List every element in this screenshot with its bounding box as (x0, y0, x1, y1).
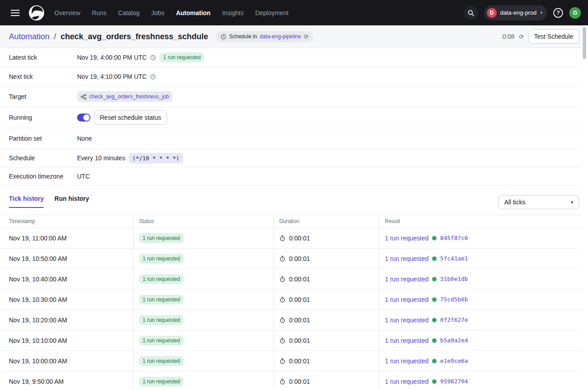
tick-duration: 0:00:01 (289, 378, 310, 385)
table-row: Nov 19, 10:50:00 AM 1 run requested 0:00… (0, 248, 588, 269)
stopwatch-icon (279, 297, 286, 303)
tab-run-history[interactable]: Run history (54, 195, 89, 208)
nav-deployment[interactable]: Deployment (255, 9, 289, 16)
target-label: Target (9, 93, 77, 100)
run-status-dot (432, 256, 437, 261)
run-id-link[interactable]: 31b0e1db (440, 276, 468, 282)
latest-tick-label: Latest tick (9, 54, 77, 61)
menu-icon[interactable] (7, 5, 23, 21)
detail-row-target: Target check_avg_orders_freshness_job (0, 86, 588, 107)
tick-result-link[interactable]: 1 run requested (385, 378, 429, 385)
detail-row-next-tick: Next tick Nov 19, 4:10:00 PM UTC (0, 67, 588, 86)
schedule-value: Every 10 minutes (77, 154, 125, 162)
breadcrumb-separator: / (54, 32, 56, 41)
deployment-badge: D (487, 8, 497, 18)
stopwatch-icon (279, 378, 286, 385)
user-avatar[interactable]: G (569, 7, 581, 19)
tick-result-link[interactable]: 1 run requested (385, 276, 429, 283)
tick-duration: 0:00:01 (289, 255, 310, 262)
tick-history-table: Timestamp Status Duration Result Nov 19,… (0, 215, 588, 390)
tick-status-badge: 1 run requested (139, 233, 184, 243)
tick-status-badge: 1 run requested (139, 336, 184, 345)
run-id-link[interactable]: e1e9ce6a (440, 358, 468, 364)
table-header: Timestamp Status Duration Result (0, 215, 588, 228)
tick-duration: 0:00:01 (289, 296, 310, 303)
run-status-dot (432, 379, 437, 384)
tick-result-link[interactable]: 1 run requested (385, 235, 429, 242)
tick-status-badge: 1 run requested (139, 315, 184, 325)
nav-insights[interactable]: Insights (222, 9, 244, 16)
run-id-link[interactable]: b5a9a2e4 (440, 337, 468, 344)
run-id-link[interactable]: 0f2f627e (440, 317, 468, 323)
col-duration: Duration (274, 215, 379, 228)
tick-timestamp: Nov 19, 10:30:00 AM (0, 289, 133, 309)
running-label: Running (9, 114, 77, 121)
tick-result-link[interactable]: 1 run requested (385, 337, 429, 344)
run-status-dot (432, 359, 437, 363)
table-row: Nov 19, 11:00:00 AM 1 run requested 0:00… (0, 228, 588, 248)
schedule-details: Latest tick Nov 19, 4:00:00 PM UTC 1 run… (0, 48, 588, 186)
scrollbar-track (581, 25, 588, 390)
detail-row-partition-set: Partition set None (0, 128, 588, 149)
refresh-countdown: 0:08 (502, 33, 514, 40)
job-icon (81, 94, 86, 100)
table-row: Nov 19, 9:50:00 AM 1 run requested 0:00:… (0, 371, 588, 390)
tick-timestamp: Nov 19, 10:00:00 AM (0, 351, 133, 371)
run-id-link[interactable]: 5fc41ae1 (440, 255, 468, 262)
nav-runs[interactable]: Runs (92, 9, 106, 16)
nav-automation[interactable]: Automation (176, 9, 211, 16)
breadcrumb-automation[interactable]: Automation (9, 32, 49, 41)
help-icon[interactable]: ? (553, 8, 563, 18)
nav-catalog[interactable]: Catalog (118, 9, 139, 16)
refresh-icon[interactable]: ⟳ (519, 34, 524, 40)
tick-result-link[interactable]: 1 run requested (385, 296, 429, 303)
table-row: Nov 19, 10:30:00 AM 1 run requested 0:00… (0, 289, 588, 310)
clock-icon (220, 34, 226, 40)
deployment-switcher[interactable]: D data-eng-prod ▾ (484, 5, 547, 20)
schedule-badge-prefix: Schedule in (229, 33, 257, 40)
tick-duration: 0:00:01 (289, 276, 310, 283)
reload-location-icon[interactable]: ⟳ (304, 34, 309, 40)
nav-jobs[interactable]: Jobs (151, 9, 164, 16)
tick-result-link[interactable]: 1 run requested (385, 317, 429, 324)
nav-overview[interactable]: Overview (54, 9, 80, 16)
partition-set-value: None (77, 135, 92, 142)
reset-schedule-status-button[interactable]: Reset schedule status (94, 110, 167, 125)
schedule-location-badge: Schedule in data-eng-pipeline ⟳ (216, 31, 313, 42)
running-toggle[interactable] (77, 114, 90, 122)
scrollbar-thumb[interactable] (583, 27, 586, 59)
run-status-dot (432, 318, 437, 322)
run-id-link[interactable]: 95982704 (440, 378, 468, 385)
dagster-logo[interactable] (28, 4, 45, 22)
page: Overview Runs Catalog Jobs Automation In… (0, 0, 588, 390)
detail-row-timezone: Execution timezone UTC (0, 167, 588, 186)
run-status-dot (432, 297, 437, 302)
primary-nav: Overview Runs Catalog Jobs Automation In… (54, 9, 289, 16)
next-tick-value: Nov 19, 4:10:00 PM UTC (77, 73, 147, 80)
stopwatch-icon (279, 358, 286, 364)
tick-timestamp: Nov 19, 10:50:00 AM (0, 248, 133, 268)
stopwatch-icon (279, 235, 286, 241)
run-id-link[interactable]: 75cd5b6b (440, 296, 468, 303)
top-nav: Overview Runs Catalog Jobs Automation In… (0, 0, 588, 25)
run-id-link[interactable]: 845f87c6 (440, 235, 468, 241)
detail-row-latest-tick: Latest tick Nov 19, 4:00:00 PM UTC 1 run… (0, 48, 588, 67)
tick-result-link[interactable]: 1 run requested (385, 255, 429, 262)
tick-filter-select[interactable]: All ticks ▾ (498, 195, 579, 209)
test-schedule-button[interactable]: Test Schedule (528, 29, 579, 44)
tick-status-badge: 1 run requested (139, 254, 184, 264)
tick-duration: 0:00:01 (289, 317, 310, 324)
tick-duration: 0:00:01 (289, 337, 310, 344)
target-job-link[interactable]: check_avg_orders_freshness_job (89, 93, 169, 100)
code-location-link[interactable]: data-eng-pipeline (260, 33, 301, 40)
tab-tick-history[interactable]: Tick history (9, 195, 44, 208)
tick-result-link[interactable]: 1 run requested (385, 358, 429, 365)
search-icon[interactable] (464, 6, 478, 20)
timezone-value: UTC (77, 173, 90, 180)
run-status-dot (432, 277, 437, 281)
page-header: Automation / check_avg_orders_freshness_… (0, 25, 588, 48)
cron-expression-badge: (*/10 * * * *) (129, 153, 183, 163)
table-row: Nov 19, 10:10:00 AM 1 run requested 0:00… (0, 330, 588, 351)
tick-timestamp: Nov 19, 10:40:00 AM (0, 269, 133, 289)
target-job-tag: check_avg_orders_freshness_job (77, 91, 172, 102)
